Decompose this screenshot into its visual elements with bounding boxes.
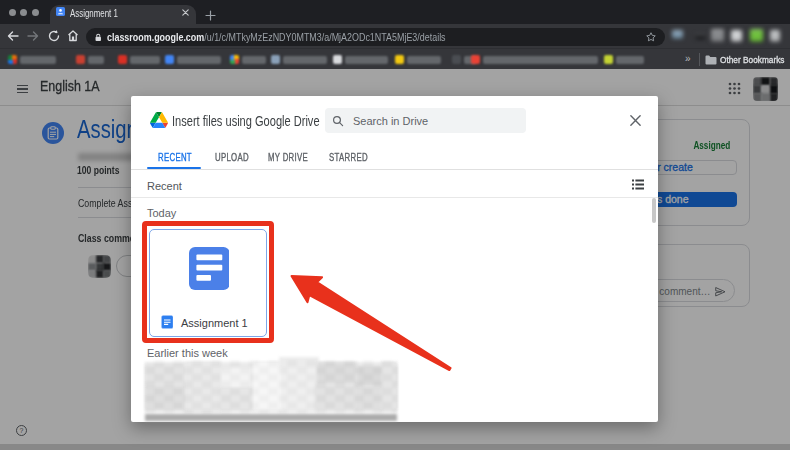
- tab-close-icon[interactable]: [180, 7, 191, 18]
- other-bookmarks-label[interactable]: Other Bookmarks: [720, 55, 784, 65]
- annotation-highlight-rectangle: [142, 221, 274, 343]
- classroom-favicon: [56, 7, 65, 16]
- bookmark-label-blurred[interactable]: [616, 56, 644, 64]
- bookmark-label-blurred[interactable]: [407, 56, 441, 64]
- drive-search-box[interactable]: Search in Drive: [325, 108, 526, 133]
- browser-tab-assignment-1[interactable]: Assignment 1: [50, 5, 196, 25]
- dialog-close-icon[interactable]: [629, 114, 642, 127]
- divider: [131, 197, 658, 198]
- bookmarks-bar: » Other Bookmarks: [0, 48, 790, 69]
- bookmark-favicon[interactable]: [452, 55, 461, 64]
- bookmarks-overflow-chevron[interactable]: »: [685, 53, 691, 64]
- bookmark-label-blurred[interactable]: [345, 56, 388, 64]
- bookmark-label-blurred[interactable]: [242, 56, 266, 64]
- bookmark-label-blurred[interactable]: [283, 56, 327, 64]
- browser-toolbar: classroom.google.com/u/1/c/MTkyMzEzNDY0M…: [0, 24, 790, 48]
- picker-tab-recent[interactable]: RECENT: [158, 152, 192, 163]
- bookmark-favicon[interactable]: [118, 55, 127, 64]
- new-tab-button[interactable]: [203, 8, 218, 23]
- forward-button[interactable]: [26, 24, 40, 48]
- window-bottom-edge: [0, 444, 790, 450]
- bookmark-favicon[interactable]: [271, 55, 280, 64]
- home-button[interactable]: [66, 24, 80, 48]
- list-view-icon[interactable]: [632, 179, 644, 190]
- bookmark-label-blurred[interactable]: [88, 56, 104, 64]
- google-drive-logo: [150, 112, 168, 128]
- extension-icon[interactable]: [711, 29, 724, 42]
- bookmark-label-blurred[interactable]: [130, 56, 160, 64]
- bookmark-favicon[interactable]: [230, 55, 239, 64]
- extension-icon[interactable]: [695, 34, 706, 39]
- bookmark-favicon[interactable]: [76, 55, 85, 64]
- other-bookmarks-folder-icon[interactable]: [705, 55, 717, 65]
- bookmark-favicon[interactable]: [395, 55, 404, 64]
- picker-tab-starred[interactable]: STARRED: [329, 152, 368, 163]
- blurred-thumbnail: [145, 414, 397, 421]
- picker-tab-upload[interactable]: UPLOAD: [215, 152, 249, 163]
- bookmark-favicon[interactable]: [8, 55, 17, 64]
- tab-title: Assignment 1: [70, 8, 118, 19]
- extension-icon[interactable]: [750, 29, 763, 42]
- drive-search-placeholder: Search in Drive: [353, 115, 428, 127]
- section-label: Recent: [147, 180, 182, 192]
- bookmark-favicon[interactable]: [471, 55, 480, 64]
- reload-button[interactable]: [47, 24, 61, 48]
- traffic-light-zoom-icon[interactable]: [32, 9, 39, 16]
- group-label-earlier: Earlier this week: [147, 347, 228, 359]
- blurred-thumbnail-mosaic-texture: [145, 360, 397, 414]
- bookmark-label-blurred[interactable]: [20, 56, 56, 64]
- bookmark-label-blurred[interactable]: [483, 56, 598, 64]
- url-path: /u/1/c/MTkyMzEzNDY0MTM3/a/MjA2ODc1NTA5Mj…: [204, 31, 445, 43]
- lock-icon[interactable]: [94, 33, 103, 42]
- bookmark-favicon[interactable]: [604, 55, 613, 64]
- bookmark-label-blurred[interactable]: [177, 56, 221, 64]
- group-label-today: Today: [147, 207, 176, 219]
- dialog-title: Insert files using Google Drive: [172, 113, 320, 129]
- bookmark-star-icon[interactable]: [645, 31, 657, 43]
- back-button[interactable]: [6, 24, 20, 48]
- extension-icon[interactable]: [672, 30, 683, 39]
- url-text: classroom.google.com/u/1/c/MTkyMzEzNDY0M…: [107, 31, 446, 43]
- bookmarks-separator: [699, 53, 700, 66]
- search-icon: [332, 115, 344, 127]
- bookmark-favicon[interactable]: [333, 55, 342, 64]
- extension-icon[interactable]: [731, 30, 742, 42]
- url-bar[interactable]: classroom.google.com/u/1/c/MTkyMzEzNDY0M…: [86, 28, 665, 46]
- traffic-light-close-icon[interactable]: [9, 9, 16, 16]
- traffic-light-minimize-icon[interactable]: [20, 9, 27, 16]
- url-domain: classroom.google.com: [107, 31, 204, 43]
- divider: [131, 169, 658, 170]
- browser-tab-strip: Assignment 1: [0, 0, 790, 24]
- bookmark-favicon[interactable]: [165, 55, 174, 64]
- picker-tab-my-drive[interactable]: MY DRIVE: [268, 152, 308, 163]
- extension-icon[interactable]: [770, 30, 780, 42]
- modal-scrollbar-thumb[interactable]: [652, 198, 657, 223]
